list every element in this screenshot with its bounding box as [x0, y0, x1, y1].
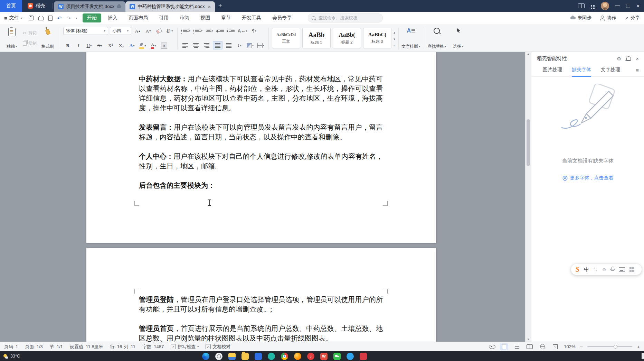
- firefox-icon[interactable]: [294, 353, 301, 360]
- zoom-in-button[interactable]: +: [637, 344, 640, 349]
- print-preview-icon[interactable]: [48, 16, 53, 21]
- tab-text-processing[interactable]: 文字处理: [601, 67, 620, 73]
- style-heading-3[interactable]: AaBbC( 标题 3: [363, 28, 391, 48]
- bell-icon[interactable]: [626, 56, 631, 61]
- zoom-out-button[interactable]: −: [580, 344, 583, 349]
- qq-icon[interactable]: [347, 353, 354, 360]
- superscript-button[interactable]: X²: [106, 42, 115, 49]
- ribbon-tab-page-layout[interactable]: 页面布局: [124, 13, 152, 22]
- bold-button[interactable]: B: [63, 42, 72, 49]
- panel-close-icon[interactable]: ×: [636, 56, 639, 62]
- bullet-list-button[interactable]: ▾: [181, 27, 191, 35]
- command-search-box[interactable]: [308, 13, 383, 22]
- word-count-status[interactable]: 字数: 1487: [142, 344, 164, 350]
- show-marks-button[interactable]: ¶▾: [250, 27, 259, 35]
- strikethrough-button[interactable]: A▾: [95, 42, 104, 49]
- style-heading-1[interactable]: AaBb 标题 1: [302, 28, 331, 48]
- underline-button[interactable]: U▾: [85, 42, 94, 49]
- gallery-down-icon[interactable]: ▾: [394, 37, 395, 41]
- ribbon-tab-dev-tools[interactable]: 开发工具: [237, 13, 266, 22]
- app-teal-icon[interactable]: [268, 353, 275, 360]
- docer-tab[interactable]: 稻壳: [22, 0, 51, 12]
- web-layout-button[interactable]: [538, 343, 547, 350]
- style-normal[interactable]: AaBbCcDd 正文: [272, 28, 300, 48]
- emoji-icon[interactable]: ☺: [602, 267, 606, 272]
- collaborate-button[interactable]: 协作: [600, 15, 616, 21]
- scrollbar-thumb[interactable]: [527, 119, 530, 166]
- zoom-slider[interactable]: [587, 346, 632, 347]
- ribbon-tab-view[interactable]: 视图: [196, 13, 215, 22]
- subscript-button[interactable]: X₂: [117, 42, 126, 49]
- page-view-button[interactable]: [500, 343, 508, 350]
- user-avatar[interactable]: [601, 2, 609, 10]
- wps-icon[interactable]: W: [320, 353, 328, 360]
- apps-grid-icon[interactable]: [591, 5, 592, 7]
- app-red-icon[interactable]: [360, 353, 367, 360]
- pinyin-guide-button[interactable]: 拼▾: [165, 27, 174, 35]
- multilevel-list-button[interactable]: ▾: [205, 27, 214, 35]
- text-effects-button[interactable]: A▾: [127, 42, 136, 49]
- undo-icon[interactable]: ↶: [57, 16, 62, 21]
- maximize-button[interactable]: [626, 4, 630, 8]
- spellcheck-toggle[interactable]: ✓ 拼写检查 ▾: [171, 344, 199, 350]
- close-button[interactable]: ×: [636, 3, 640, 9]
- ribbon-tab-section[interactable]: 章节: [217, 13, 235, 22]
- app-blue-icon[interactable]: [255, 353, 262, 360]
- new-tab-button[interactable]: +: [215, 0, 225, 12]
- eye-protection-icon[interactable]: [489, 345, 495, 349]
- edge-icon[interactable]: [202, 353, 209, 360]
- netease-music-icon[interactable]: ♪: [307, 353, 314, 360]
- home-tab[interactable]: 首页: [0, 0, 22, 12]
- align-right-button[interactable]: [202, 41, 211, 49]
- fullscreen-button[interactable]: [551, 343, 559, 350]
- microphone-icon[interactable]: [611, 267, 614, 271]
- tray-icon-partial[interactable]: [642, 353, 644, 359]
- split-window-icon[interactable]: [578, 3, 585, 8]
- shading-fill-button[interactable]: ▾: [246, 41, 255, 49]
- panel-menu-icon[interactable]: ≡: [636, 67, 639, 73]
- search-input[interactable]: [318, 15, 379, 21]
- minimize-button[interactable]: [615, 6, 620, 6]
- ribbon-tab-review[interactable]: 审阅: [175, 13, 194, 22]
- increase-indent-button[interactable]: [226, 27, 235, 35]
- gallery-more-icon[interactable]: ≡: [394, 44, 395, 47]
- tab-missing-fonts[interactable]: 缺失字体: [572, 67, 591, 73]
- wechat-icon[interactable]: [333, 353, 341, 360]
- weather-widget[interactable]: 33°C: [0, 354, 20, 359]
- redo-icon[interactable]: ↷: [66, 16, 71, 21]
- read-layout-button[interactable]: [525, 343, 534, 350]
- document-page-2[interactable]: 管理员登陆，管理员在用户登录口处选择管理员选项，管理员可以使用用户的所有功能，并…: [86, 248, 436, 342]
- proofread-toggle[interactable]: A 文档校对: [206, 344, 230, 350]
- more-fonts-link[interactable]: 更多字体，点击查看: [531, 175, 644, 181]
- copy-button[interactable]: 复制: [23, 40, 37, 46]
- style-heading-2[interactable]: AaBb( 标题 2: [333, 28, 361, 48]
- font-name-select[interactable]: 宋体 (标题) ▾: [63, 27, 108, 35]
- ribbon-tab-references[interactable]: 引用: [154, 13, 173, 22]
- share-button[interactable]: ↗ 分享: [625, 15, 640, 21]
- align-center-button[interactable]: [191, 41, 200, 49]
- zoom-slider-thumb[interactable]: [614, 345, 617, 349]
- document-tab-2-active[interactable]: W 中药种植管理系统功能文档.docx ×: [125, 1, 215, 12]
- distribute-button[interactable]: [224, 41, 233, 49]
- document-tab-1[interactable]: W 项目技术开发文档.docx: [54, 1, 125, 12]
- punctuation-toggle-icon[interactable]: °,: [594, 267, 597, 272]
- format-painter-button[interactable]: 格式刷: [39, 26, 57, 50]
- ribbon-tab-insert[interactable]: 插入: [103, 13, 122, 22]
- font-color-button[interactable]: A▾: [149, 42, 158, 49]
- asian-layout-button[interactable]: A↔▾: [237, 27, 248, 35]
- numbered-list-button[interactable]: ▾: [193, 27, 203, 35]
- chrome-icon[interactable]: [281, 353, 288, 360]
- shrink-font-button[interactable]: A▾: [144, 27, 153, 35]
- file-menu-button[interactable]: ≡ 文件 ▾: [4, 15, 22, 21]
- sync-status-button[interactable]: 未同步: [570, 15, 592, 21]
- char-shading-button[interactable]: A: [160, 42, 169, 49]
- zoom-level[interactable]: 102%: [564, 344, 575, 349]
- select-button[interactable]: 选择▾: [449, 26, 467, 50]
- print-icon[interactable]: [38, 17, 44, 20]
- gear-icon[interactable]: ⚙: [617, 56, 621, 62]
- text-layout-button[interactable]: A 文字排版▾: [402, 26, 420, 50]
- find-replace-button[interactable]: 查找替换▾: [426, 26, 447, 50]
- paste-button[interactable]: 粘贴▾: [3, 26, 21, 50]
- scroll-up-icon[interactable]: ▲: [525, 53, 531, 56]
- keyboard-icon[interactable]: [619, 267, 625, 272]
